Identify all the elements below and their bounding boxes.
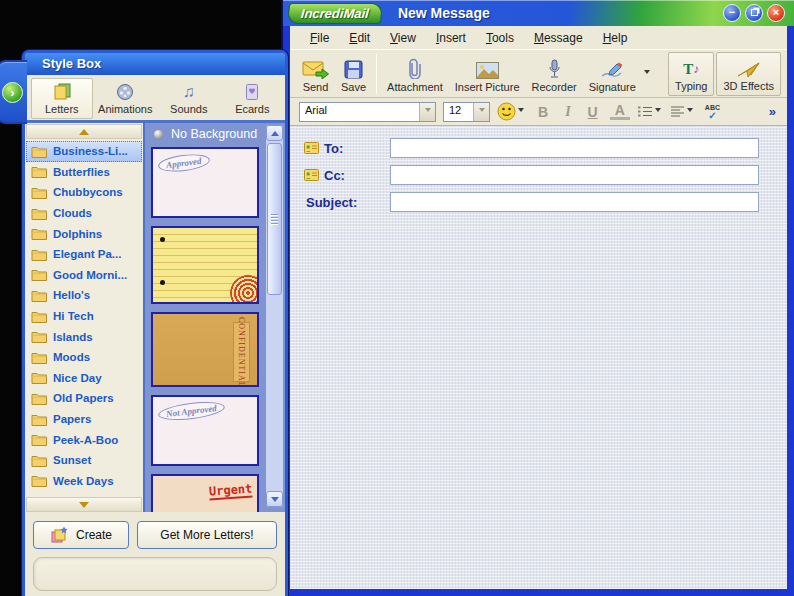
menu-insert[interactable]: Insert — [426, 29, 476, 47]
menu-message[interactable]: Message — [524, 29, 593, 47]
list-button[interactable] — [637, 105, 663, 118]
align-dropdown-arrow[interactable] — [687, 108, 693, 115]
ecard-icon — [244, 83, 260, 101]
thumbnail-scrollbar[interactable] — [266, 125, 283, 507]
font-family-combo[interactable]: Arial — [299, 102, 436, 122]
tab-sounds[interactable]: ♫ Sounds — [158, 78, 220, 119]
underline-button[interactable]: U — [583, 104, 603, 120]
folder-icon — [31, 474, 47, 487]
list-dropdown-arrow[interactable] — [655, 108, 661, 115]
font-family-dropdown[interactable] — [419, 103, 435, 121]
italic-button[interactable]: I — [560, 104, 575, 120]
scrollbar-up-button[interactable] — [266, 125, 283, 141]
address-book-icon[interactable] — [304, 142, 319, 154]
message-body-area[interactable] — [290, 227, 787, 589]
smiley-icon — [497, 102, 516, 121]
category-scroll-down[interactable] — [26, 497, 142, 512]
create-button[interactable]: Create — [33, 521, 129, 549]
menu-help[interactable]: Help — [593, 29, 638, 47]
folder-icon — [31, 165, 47, 178]
letter-thumbnail-approved[interactable]: Approved — [151, 147, 259, 218]
insert-picture-button[interactable]: Insert Picture — [449, 52, 526, 96]
font-size-combo[interactable]: 12 — [443, 102, 490, 122]
tab-sounds-label: Sounds — [170, 103, 207, 115]
collapse-arrow-button[interactable]: › — [2, 82, 23, 103]
letter-thumbnail-not-approved[interactable]: Not Approved — [151, 395, 259, 466]
close-button[interactable]: × — [767, 4, 785, 22]
spell-check-button[interactable]: ABC ✓ — [702, 104, 723, 120]
compose-titlebar[interactable]: IncrediMail New Message − × — [283, 0, 794, 26]
category-label: Papers — [53, 413, 91, 425]
effects-3d-button[interactable]: 3D Effects — [716, 52, 781, 96]
emoticon-button[interactable] — [497, 102, 526, 121]
letters-icon — [52, 83, 72, 101]
stylebox-titlebar[interactable]: Style Box — [25, 53, 285, 75]
menu-file[interactable]: File — [300, 29, 339, 47]
category-item[interactable]: Moods — [26, 347, 142, 368]
tab-ecards[interactable]: Ecards — [222, 78, 284, 119]
cc-input[interactable] — [390, 165, 759, 185]
category-item[interactable]: Week Days — [26, 471, 142, 492]
category-item[interactable]: Chubbycons — [26, 182, 142, 203]
menu-view[interactable]: View — [380, 29, 426, 47]
get-more-letters-button[interactable]: Get More Letters! — [137, 521, 277, 549]
menu-edit[interactable]: Edit — [339, 29, 380, 47]
letter-thumbnail-confidential[interactable]: CONFIDENTIAL — [151, 312, 259, 387]
letter-thumbnail-urgent[interactable]: Urgent — [151, 474, 259, 512]
recorder-button[interactable]: Recorder — [526, 52, 583, 96]
no-background-option[interactable]: No Background — [145, 123, 285, 145]
typing-label: Typing — [675, 80, 707, 92]
category-item[interactable]: Sunset — [26, 450, 142, 471]
letter-thumbnail-notepad[interactable] — [151, 226, 259, 304]
subject-input[interactable] — [390, 192, 759, 212]
signature-button[interactable]: Signature — [583, 52, 642, 96]
category-label: Dolphins — [53, 228, 102, 240]
category-item[interactable]: Islands — [26, 326, 142, 347]
category-scroll-up[interactable] — [26, 124, 142, 139]
category-item[interactable]: Old Papers — [26, 388, 142, 409]
category-item[interactable]: Good Morni... — [26, 265, 142, 286]
signature-dropdown-arrow[interactable] — [644, 70, 650, 77]
tab-letters[interactable]: Letters — [31, 78, 93, 119]
category-item[interactable]: Peek-A-Boo — [26, 429, 142, 450]
compose-content: File Edit View Insert Tools Message Help… — [290, 26, 787, 589]
emoticon-dropdown-arrow[interactable] — [518, 108, 524, 115]
category-item[interactable]: Dolphins — [26, 223, 142, 244]
typing-icon: T♪ — [683, 60, 699, 78]
window-title: New Message — [398, 5, 490, 21]
category-item[interactable]: Elegant Pa... — [26, 244, 142, 265]
typing-button[interactable]: T♪ Typing — [668, 52, 714, 96]
category-item[interactable]: Nice Day — [26, 368, 142, 389]
music-notes-icon: ♫ — [183, 83, 195, 101]
scrollbar-down-button[interactable] — [266, 491, 283, 507]
send-button[interactable]: Send — [296, 52, 335, 96]
category-label: Hi Tech — [53, 310, 94, 322]
category-item[interactable]: Hello's — [26, 285, 142, 306]
font-size-value: 12 — [444, 103, 473, 121]
folder-icon — [31, 207, 47, 220]
attachment-button[interactable]: Attachment — [381, 52, 449, 96]
category-item[interactable]: Papers — [26, 409, 142, 430]
category-item[interactable]: Butterflies — [26, 162, 142, 183]
address-book-icon[interactable] — [304, 169, 319, 181]
folder-icon — [31, 268, 47, 281]
save-button[interactable]: Save — [335, 52, 372, 96]
restore-button[interactable] — [745, 4, 763, 22]
to-input[interactable] — [390, 138, 759, 158]
picture-icon — [476, 62, 499, 79]
category-item[interactable]: Hi Tech — [26, 306, 142, 327]
font-size-dropdown[interactable] — [473, 103, 489, 121]
menu-tools[interactable]: Tools — [476, 29, 524, 47]
stylebox-footer: Create Get More Letters! — [25, 512, 285, 591]
scrollbar-thumb[interactable] — [267, 143, 282, 295]
minimize-button[interactable]: − — [723, 4, 741, 22]
bold-button[interactable]: B — [533, 104, 553, 120]
recorder-label: Recorder — [532, 81, 577, 93]
category-item[interactable]: Clouds — [26, 203, 142, 224]
more-tools-chevron[interactable]: » — [769, 104, 778, 119]
category-label: Chubbycons — [53, 186, 123, 198]
font-color-button[interactable]: A — [610, 104, 630, 120]
tab-animations[interactable]: Animations — [95, 78, 157, 119]
category-item[interactable]: Business-Li... — [26, 141, 142, 162]
align-button[interactable] — [670, 105, 695, 118]
